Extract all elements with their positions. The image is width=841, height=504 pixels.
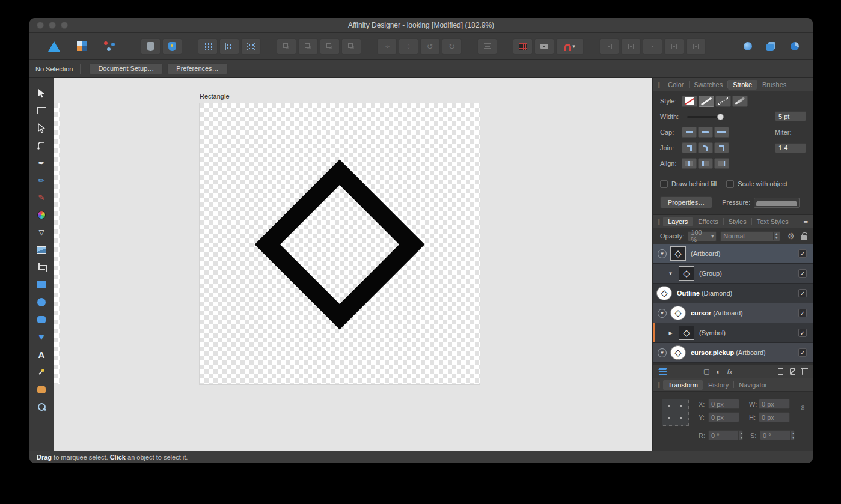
align-inside-button[interactable] bbox=[698, 158, 713, 169]
tab-layers[interactable]: Layers bbox=[663, 217, 693, 226]
opacity-dropdown[interactable]: 100 %▾ bbox=[688, 231, 717, 241]
stroke-style-brush-button[interactable] bbox=[732, 96, 748, 107]
layer-visibility-checkbox[interactable]: ✓ bbox=[798, 249, 807, 258]
layer-row-cursor-pickup[interactable]: ▼ ◇ cursor.pickup(Artboard) ✓ bbox=[653, 343, 813, 363]
h-input[interactable]: 0 px bbox=[759, 412, 790, 422]
show-grid-button[interactable] bbox=[513, 38, 533, 55]
align-outside-button[interactable] bbox=[714, 158, 729, 169]
fill-tool[interactable] bbox=[33, 207, 50, 223]
disclosure-triangle-icon[interactable]: ▼ bbox=[658, 348, 667, 357]
disclosure-triangle-icon[interactable]: ▼ bbox=[658, 309, 667, 318]
layer-thumbnail[interactable]: ◇ bbox=[679, 326, 694, 340]
toolbar-badge-button-1[interactable] bbox=[141, 38, 161, 55]
empty-layer-icon[interactable] bbox=[790, 368, 795, 375]
layer-thumbnail[interactable]: ◇ bbox=[670, 246, 686, 261]
cap-square-button[interactable] bbox=[714, 127, 729, 138]
width-input[interactable]: 5 pt bbox=[775, 111, 806, 121]
layer-row-artboard[interactable]: ▼ ◇ (Artboard) ✓ bbox=[653, 244, 813, 264]
pressure-editor[interactable] bbox=[754, 198, 800, 208]
tab-brushes[interactable]: Brushes bbox=[757, 80, 791, 90]
x-input[interactable]: 0 px bbox=[708, 399, 739, 409]
panel-drag-handle[interactable]: || bbox=[658, 381, 659, 388]
cap-butt-button[interactable] bbox=[682, 127, 697, 138]
artboard-label[interactable]: Rectangle bbox=[200, 93, 230, 100]
layer-visibility-checkbox[interactable]: ✓ bbox=[798, 348, 807, 357]
toggle-snapping-button[interactable]: ▾ bbox=[556, 38, 584, 55]
miter-input[interactable]: 1.4 bbox=[775, 143, 806, 153]
scale-with-object-checkbox[interactable] bbox=[726, 180, 734, 188]
transparency-tool[interactable]: ▽ bbox=[33, 225, 50, 240]
stroke-style-none-button[interactable] bbox=[682, 96, 697, 107]
export-persona-button[interactable] bbox=[99, 38, 119, 55]
rotation-stepper[interactable]: ▴▾ bbox=[738, 431, 742, 440]
order-to-back-button[interactable] bbox=[277, 38, 296, 55]
snapping-options-arrow-icon[interactable]: ▾ bbox=[572, 43, 575, 49]
title-bar[interactable]: Affinity Designer - looking [Modified] (… bbox=[29, 18, 813, 33]
tab-styles[interactable]: Styles bbox=[724, 217, 751, 226]
stroke-style-dash-button[interactable] bbox=[715, 96, 731, 107]
layer-thumbnail[interactable]: ◇ bbox=[670, 345, 686, 360]
rounded-rectangle-tool[interactable] bbox=[33, 312, 50, 327]
rotate-ccw-button[interactable]: ↺ bbox=[420, 38, 440, 55]
pencil-tool[interactable]: ✏ bbox=[33, 172, 50, 188]
snapping-candidates-button[interactable] bbox=[534, 38, 554, 55]
w-input[interactable]: 0 px bbox=[759, 399, 790, 409]
zoom-tool[interactable] bbox=[33, 399, 50, 414]
replace-selection-button[interactable] bbox=[686, 38, 706, 55]
vector-brush-tool[interactable]: ✎ bbox=[33, 190, 50, 205]
disclosure-triangle-icon[interactable]: ▼ bbox=[666, 269, 675, 278]
order-to-front-button[interactable] bbox=[341, 38, 361, 55]
pie-badge-button[interactable] bbox=[784, 38, 804, 55]
circle-badge-button[interactable] bbox=[738, 38, 757, 55]
panel-drag-handle[interactable]: || bbox=[658, 218, 659, 225]
pen-tool[interactable]: ✒ bbox=[33, 155, 50, 171]
layer-row-cursor[interactable]: ▼ ◇ cursor(Artboard) ✓ bbox=[653, 303, 813, 323]
layer-thumbnail[interactable]: ◇ bbox=[670, 306, 686, 320]
color-picker-tool[interactable] bbox=[33, 364, 50, 380]
join-bevel-button[interactable] bbox=[714, 142, 729, 153]
artboard[interactable] bbox=[200, 103, 480, 384]
join-round-button[interactable] bbox=[698, 142, 713, 153]
properties-button[interactable]: Properties… bbox=[660, 196, 712, 208]
cap-round-button[interactable] bbox=[698, 127, 713, 138]
width-slider[interactable] bbox=[687, 112, 724, 121]
designer-persona-button[interactable] bbox=[44, 38, 64, 55]
alignment-button[interactable] bbox=[477, 38, 497, 55]
y-input[interactable]: 0 px bbox=[708, 412, 739, 422]
tab-color[interactable]: Color bbox=[663, 80, 688, 90]
shear-combo[interactable]: 0 ° ▴▾ bbox=[760, 430, 795, 440]
stroke-style-solid-button[interactable] bbox=[699, 96, 714, 107]
new-layer-icon[interactable] bbox=[778, 368, 783, 375]
move-by-whole-pixels-button[interactable] bbox=[219, 38, 239, 55]
link-dimensions-icon[interactable]: ∞ bbox=[799, 405, 807, 411]
artboard-tool[interactable] bbox=[33, 103, 50, 118]
layer-effects-icon[interactable]: fx bbox=[727, 368, 733, 375]
insert-in-front-button[interactable] bbox=[621, 38, 641, 55]
view-tool[interactable] bbox=[33, 381, 50, 397]
layer-row-outline[interactable]: ◇ Outline(Diamond) ✓ bbox=[653, 284, 813, 303]
panel-menu-icon[interactable]: ≡ bbox=[803, 217, 808, 226]
layer-visibility-checkbox[interactable]: ✓ bbox=[798, 309, 807, 317]
layer-visibility-checkbox[interactable]: ✓ bbox=[798, 329, 807, 337]
layers-stack-icon[interactable] bbox=[658, 368, 668, 375]
disclosure-triangle-icon[interactable]: ▶ bbox=[666, 329, 675, 338]
order-back-one-button[interactable] bbox=[298, 38, 318, 55]
align-center-button[interactable] bbox=[682, 158, 697, 169]
mask-layer-icon[interactable]: ▢ bbox=[703, 368, 709, 375]
insert-behind-button[interactable] bbox=[599, 38, 619, 55]
flip-vertical-button[interactable]: ▵▿ bbox=[399, 38, 418, 55]
insert-inside-button[interactable] bbox=[664, 38, 684, 55]
rectangle-tool[interactable] bbox=[33, 277, 50, 293]
tab-navigator[interactable]: Navigator bbox=[734, 380, 772, 390]
snap-to-grid-button[interactable] bbox=[241, 38, 261, 55]
insert-at-top-button[interactable] bbox=[643, 38, 662, 55]
lock-icon[interactable] bbox=[801, 235, 807, 240]
draw-behind-fill-checkbox[interactable] bbox=[660, 180, 668, 188]
artistic-text-tool[interactable]: A bbox=[33, 347, 50, 362]
join-miter-button[interactable] bbox=[682, 142, 697, 153]
layer-visibility-checkbox[interactable]: ✓ bbox=[798, 289, 807, 297]
rotate-cw-button[interactable]: ↻ bbox=[442, 38, 462, 55]
tab-text-styles[interactable]: Text Styles bbox=[752, 217, 794, 226]
order-forward-one-button[interactable] bbox=[320, 38, 340, 55]
tab-history[interactable]: History bbox=[703, 380, 733, 390]
